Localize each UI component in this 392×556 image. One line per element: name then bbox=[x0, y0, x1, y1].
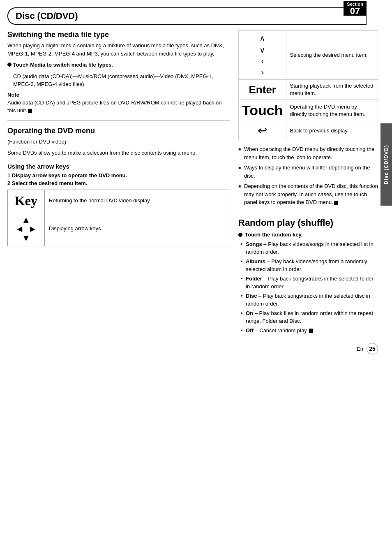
key-desc: Returning to the normal DVD video displa… bbox=[45, 190, 230, 212]
switching-heading: Switching the media file type bbox=[7, 30, 230, 39]
random-main-bullet-text: Touch the random key. bbox=[245, 232, 302, 238]
back-desc: Back to previous display. bbox=[286, 121, 378, 140]
touch-desc: Operating the DVD menu by directly touch… bbox=[286, 100, 378, 121]
section-number: 07 bbox=[347, 7, 363, 16]
list-item-disc: Disc – Play back songs/tracks in the sel… bbox=[238, 292, 378, 308]
nav-arrows-cell: ∧ ∨ ‹ › bbox=[239, 31, 286, 80]
right-arrows-row: ∧ ∨ ‹ › Selecting the desired menu item. bbox=[239, 31, 378, 80]
random-section: Random play (shuffle) Touch the random k… bbox=[238, 214, 378, 335]
right-bullet-1: When operating the DVD menu by directly … bbox=[238, 145, 378, 161]
touch-label: Touch bbox=[239, 100, 286, 121]
right-enter-row: Enter Starting playback from the selecte… bbox=[239, 80, 378, 100]
arrows-desc: Displaying arrow keys. bbox=[45, 212, 230, 246]
right-column: ∧ ∨ ‹ › Selecting the desired menu item.… bbox=[238, 30, 378, 336]
switching-body: When playing a digital media containing … bbox=[7, 42, 230, 58]
note-label: Note bbox=[7, 92, 230, 98]
key-symbol: Key bbox=[8, 190, 45, 212]
page-footer: En 25 bbox=[7, 343, 378, 354]
key-table: Key Returning to the normal DVD video di… bbox=[7, 190, 230, 246]
switching-bullet-item: Touch Media to switch media file types. bbox=[7, 61, 230, 69]
right-back-row: ↩ Back to previous display. bbox=[239, 121, 378, 140]
page-header: Disc (CD/DVD) Section 07 bbox=[7, 7, 367, 25]
switching-bullet-body: CD (audio data (CD-DA))—Music/ROM (compr… bbox=[13, 72, 230, 88]
enter-label: Enter bbox=[239, 80, 286, 100]
bullet-dot bbox=[7, 63, 12, 67]
arrow-keys-sub-heading: Using the arrow keys bbox=[7, 163, 230, 170]
arrow-desc: Selecting the desired menu item. bbox=[286, 31, 378, 80]
back-icon: ↩ bbox=[239, 121, 286, 140]
note-body: Audio data (CD-DA) and JPEG picture file… bbox=[7, 99, 230, 115]
switching-section: Switching the media file type When playi… bbox=[7, 30, 230, 115]
random-heading: Random play (shuffle) bbox=[238, 218, 378, 228]
stop-icon-3 bbox=[309, 329, 313, 333]
page-number: 25 bbox=[367, 343, 378, 354]
arrow-keys-section: Using the arrow keys 1 Display arrow key… bbox=[7, 163, 230, 246]
dvd-menu-heading: Operating the DVD menu bbox=[7, 127, 230, 135]
list-item-songs: Songs – Play back videos/songs in the se… bbox=[238, 240, 378, 256]
section-box: Section 07 bbox=[344, 1, 367, 16]
random-bullet-dot bbox=[238, 233, 242, 237]
key-row-1: Key Returning to the normal DVD video di… bbox=[8, 190, 230, 212]
random-main-bullet: Touch the random key. bbox=[238, 232, 378, 238]
list-item-folder: Folder – Play back songs/tracks in the s… bbox=[238, 275, 378, 291]
dvd-menu-body1: (Function for DVD video) bbox=[7, 138, 230, 146]
right-bullet-2: Ways to display the menu will differ dep… bbox=[238, 164, 378, 180]
random-list: Songs – Play back videos/songs in the se… bbox=[238, 240, 378, 335]
enter-desc: Starting playback from the selected menu… bbox=[286, 80, 378, 100]
dvd-menu-body2: Some DVDs allow you to make a selection … bbox=[7, 149, 230, 157]
en-label: En bbox=[357, 346, 363, 352]
arrows-symbol: ▲ ◄ ► ▼ bbox=[8, 212, 45, 246]
page-title: Disc (CD/DVD) bbox=[16, 11, 78, 21]
side-tab: Disc (CD/DVD) bbox=[380, 123, 392, 206]
stop-icon bbox=[28, 109, 32, 113]
dvd-menu-section: Operating the DVD menu (Function for DVD… bbox=[7, 127, 230, 246]
list-item-off: Off – Cancel random play. bbox=[238, 327, 378, 335]
step2: 2 Select the desired menu item. bbox=[7, 180, 230, 186]
right-table: ∧ ∨ ‹ › Selecting the desired menu item.… bbox=[238, 30, 378, 140]
list-item-on: On – Play back files in random order wit… bbox=[238, 309, 378, 325]
switching-bullet-bold: Touch Media to switch media file types. bbox=[13, 62, 113, 68]
stop-icon-2 bbox=[334, 201, 338, 205]
right-touch-row: Touch Operating the DVD menu by directly… bbox=[239, 100, 378, 121]
key-row-2: ▲ ◄ ► ▼ Displaying arrow keys. bbox=[8, 212, 230, 246]
right-desc: When operating the DVD menu by directly … bbox=[238, 145, 378, 206]
step1: 1 Display arrow keys to operate the DVD … bbox=[7, 172, 230, 178]
right-bullet-3: Depending on the contents of the DVD dis… bbox=[238, 182, 378, 206]
left-column: Switching the media file type When playi… bbox=[7, 30, 230, 336]
list-item-albums: Albums – Play back videos/songs from a r… bbox=[238, 257, 378, 273]
